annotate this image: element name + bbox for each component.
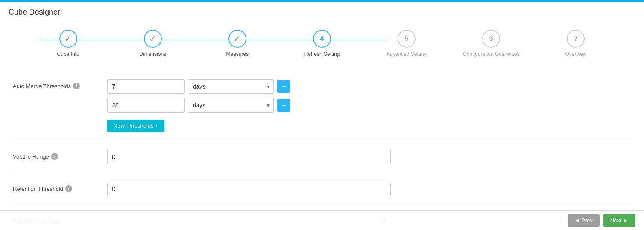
step-circle-1: ✓ bbox=[59, 30, 77, 48]
step-circle-5: 5 bbox=[398, 30, 416, 48]
main-content: Auto Merge Thresholds i days weeks month… bbox=[0, 66, 644, 230]
auto-merge-label: Auto Merge Thresholds i bbox=[13, 79, 107, 89]
step-label-6: Configuration Overwrites bbox=[463, 51, 519, 57]
step-1[interactable]: ✓ Cube Info bbox=[26, 30, 110, 57]
retention-threshold-section: Retention Threshold i bbox=[13, 173, 631, 205]
step-circle-4: 4 bbox=[313, 30, 331, 48]
threshold-unit-wrapper-2: days weeks months years ▼ bbox=[188, 98, 274, 113]
footer: ◄ Prev Next ► bbox=[0, 210, 644, 230]
step-label-5: Advanced Setting bbox=[386, 51, 427, 57]
step-2[interactable]: ✓ Dimensions bbox=[110, 30, 195, 57]
step-circle-2: ✓ bbox=[144, 30, 162, 48]
step-number-6: 6 bbox=[489, 35, 493, 43]
remove-threshold-1-button[interactable]: − bbox=[277, 80, 290, 93]
step-number-7: 7 bbox=[574, 35, 578, 43]
volatile-range-section: Volatile Range i bbox=[13, 141, 631, 173]
new-threshold-label: New Thresholds + bbox=[113, 123, 158, 129]
threshold-unit-select-1[interactable]: days weeks months years bbox=[188, 79, 274, 94]
step-5[interactable]: 5 Advanced Setting bbox=[365, 30, 449, 57]
threshold-row-1: days weeks months years ▼ − bbox=[107, 79, 631, 94]
remove-threshold-2-button[interactable]: − bbox=[277, 99, 290, 112]
retention-threshold-info-icon[interactable]: i bbox=[65, 185, 72, 192]
volatile-range-controls bbox=[107, 150, 631, 164]
checkmark-3: ✓ bbox=[234, 34, 241, 44]
threshold-row-2: days weeks months years ▼ − bbox=[107, 98, 631, 113]
volatile-range-input[interactable] bbox=[107, 150, 391, 164]
step-circle-7: 7 bbox=[567, 30, 585, 48]
checkmark-1: ✓ bbox=[64, 34, 72, 44]
volatile-range-label: Volatile Range i bbox=[13, 150, 107, 160]
new-threshold-button[interactable]: New Thresholds + bbox=[107, 120, 164, 132]
step-7[interactable]: 7 Overview bbox=[534, 30, 618, 57]
step-6[interactable]: 6 Configuration Overwrites bbox=[449, 30, 534, 57]
retention-threshold-controls bbox=[107, 182, 631, 196]
step-circle-6: 6 bbox=[482, 30, 500, 48]
threshold-value-1[interactable] bbox=[107, 79, 185, 94]
prev-label: ◄ Prev bbox=[574, 217, 593, 224]
threshold-value-2[interactable] bbox=[107, 98, 185, 113]
retention-threshold-input[interactable] bbox=[107, 182, 391, 196]
step-4[interactable]: 4 Refresh Setting bbox=[279, 30, 364, 57]
retention-threshold-label: Retention Threshold i bbox=[13, 182, 107, 192]
threshold-unit-wrapper-1: days weeks months years ▼ bbox=[188, 79, 274, 94]
auto-merge-info-icon[interactable]: i bbox=[73, 83, 80, 89]
next-label: Next ► bbox=[610, 217, 629, 224]
next-button[interactable]: Next ► bbox=[603, 214, 635, 227]
step-number-5: 5 bbox=[405, 35, 409, 43]
step-label-3: Measures bbox=[226, 51, 249, 57]
step-label-7: Overview bbox=[565, 51, 586, 57]
threshold-unit-select-2[interactable]: days weeks months years bbox=[188, 98, 274, 113]
step-3[interactable]: ✓ Measures bbox=[195, 30, 279, 57]
step-label-1: Cube Info bbox=[57, 51, 79, 57]
page-title: Cube Designer bbox=[0, 2, 644, 21]
volatile-range-info-icon[interactable]: i bbox=[51, 153, 58, 160]
stepper: ✓ Cube Info ✓ Dimensions ✓ Measures 4 Re… bbox=[0, 21, 644, 66]
auto-merge-controls: days weeks months years ▼ − days weeks m bbox=[107, 79, 631, 132]
prev-button[interactable]: ◄ Prev bbox=[568, 214, 600, 227]
step-label-2: Dimensions bbox=[139, 51, 166, 57]
checkmark-2: ✓ bbox=[149, 34, 156, 44]
step-label-4: Refresh Setting bbox=[304, 51, 340, 57]
auto-merge-section: Auto Merge Thresholds i days weeks month… bbox=[13, 71, 631, 141]
step-number-4: 4 bbox=[320, 35, 324, 43]
step-circle-3: ✓ bbox=[228, 30, 246, 48]
